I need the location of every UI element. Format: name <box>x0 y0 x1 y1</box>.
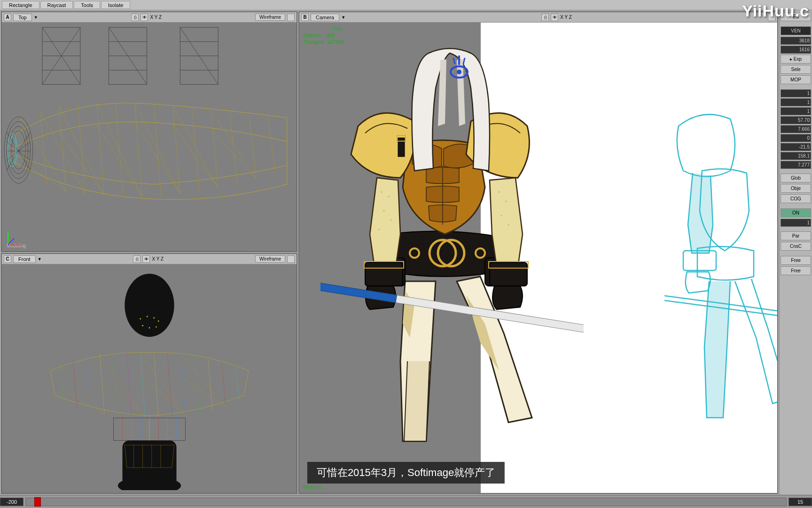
mode-label: Modeling <box>7 243 26 248</box>
camera-icon[interactable]: ⎙ <box>131 14 139 21</box>
svg-line-38 <box>59 132 104 195</box>
ven-label: VEN <box>781 26 811 35</box>
viewport-a-canvas[interactable]: Modeling <box>2 23 297 251</box>
mop-button[interactable]: MOP <box>781 75 811 84</box>
svg-point-44 <box>7 121 31 178</box>
explorer-button[interactable]: ▸ Exp <box>781 55 811 64</box>
scale-y[interactable]: 1 <box>781 98 811 106</box>
timeline[interactable]: -200 15 <box>0 495 812 508</box>
svg-line-70 <box>235 366 240 402</box>
svg-point-117 <box>499 191 500 193</box>
svg-rect-122 <box>490 262 527 286</box>
cog-button[interactable]: COG <box>781 194 811 203</box>
svg-line-77 <box>140 375 185 415</box>
axis-gizmo <box>8 227 26 246</box>
svg-line-73 <box>140 353 185 415</box>
svg-rect-121 <box>365 262 403 286</box>
svg-point-120 <box>508 224 509 226</box>
svg-line-69 <box>221 362 226 407</box>
select-button[interactable]: Sele <box>781 65 811 74</box>
object-button[interactable]: Obje <box>781 184 811 193</box>
viewport-a-label[interactable]: Top <box>13 14 32 21</box>
freeze2-button[interactable]: Free <box>781 266 811 275</box>
svg-point-128 <box>457 70 461 74</box>
xyz-label[interactable]: X Y Z <box>560 15 572 20</box>
svg-line-35 <box>173 106 218 188</box>
svg-rect-132 <box>683 251 716 270</box>
svg-point-119 <box>501 215 502 216</box>
svg-line-72 <box>100 354 145 417</box>
timeline-track[interactable] <box>25 498 787 506</box>
pos-y[interactable]: 158.1 <box>781 152 811 160</box>
svg-point-114 <box>383 210 385 212</box>
xyz-label[interactable]: X Y Z <box>152 256 164 262</box>
svg-line-40 <box>135 122 180 194</box>
wireframe-top-mesh <box>2 23 297 252</box>
subtitle-caption: 可惜在2015年3月，Softimage就停产了 <box>307 462 505 484</box>
parent-button[interactable]: Par <box>781 231 811 240</box>
viewport-a-mode[interactable]: Wireframe <box>255 14 285 21</box>
on-value[interactable]: 1 <box>781 219 811 227</box>
svg-point-97 <box>155 326 156 328</box>
rot-y[interactable]: 7.666 <box>781 125 811 133</box>
viewport-c-mode[interactable]: Wireframe <box>255 255 285 262</box>
watermark: YiiHuu.c <box>742 2 809 20</box>
timeline-start[interactable]: -200 <box>0 498 23 506</box>
timeline-cursor[interactable] <box>34 497 41 507</box>
field-2[interactable]: 1616 <box>781 46 811 54</box>
viewport-camera[interactable]: B Camera ▼ ⎙ 👁 X Y Z Total Objects 906 T… <box>298 11 778 494</box>
svg-point-115 <box>390 220 392 221</box>
isolate-button[interactable]: Isolate <box>101 1 130 9</box>
field-1[interactable]: 3618 <box>781 37 811 45</box>
maximize-icon[interactable] <box>287 14 295 21</box>
svg-line-76 <box>100 377 145 416</box>
freeze-button[interactable]: Free <box>781 256 811 265</box>
rectangle-button[interactable]: Rectangle <box>2 1 39 9</box>
eye-icon[interactable]: 👁 <box>551 14 558 21</box>
scale-z[interactable]: 1 <box>781 107 811 115</box>
rot-z[interactable]: 0 <box>781 134 811 142</box>
svg-line-23 <box>154 105 161 196</box>
side-panel: Ed VEN 3618 1616 ▸ Exp Sele MOP 1 1 1 57… <box>779 10 812 495</box>
svg-line-61 <box>113 353 118 416</box>
scale-x[interactable]: 1 <box>781 89 811 97</box>
xyz-label[interactable]: X Y Z <box>150 15 162 20</box>
svg-line-60 <box>100 354 104 414</box>
viewport-top[interactable]: A Top ▼ ⎙ 👁 X Y Z Wireframe <box>1 11 297 252</box>
constraint-button[interactable]: CnsC <box>781 242 811 251</box>
timeline-end[interactable]: 15 <box>789 498 812 506</box>
svg-line-58 <box>73 359 78 409</box>
svg-line-33 <box>97 103 142 197</box>
right-viewport-col: B Camera ▼ ⎙ 👁 X Y Z Total Objects 906 T… <box>298 10 779 495</box>
viewport-c-label[interactable]: Front <box>13 255 36 263</box>
left-viewports: A Top ▼ ⎙ 👁 X Y Z Wireframe <box>0 10 298 495</box>
svg-line-20 <box>97 103 104 195</box>
pos-z[interactable]: 7.277 <box>781 161 811 169</box>
camera-icon[interactable]: ⎙ <box>541 14 549 21</box>
viewport-b-header: B Camera ▼ ⎙ 👁 X Y Z <box>299 12 777 23</box>
viewport-c-canvas[interactable] <box>2 264 297 493</box>
pos-x[interactable]: -21.5 <box>781 143 811 151</box>
viewport-front[interactable]: C Front ▼ ⎙ 👁 X Y Z Wireframe <box>1 253 297 494</box>
tools-button[interactable]: Tools <box>74 1 100 9</box>
viewport-b-label[interactable]: Camera <box>311 14 339 21</box>
svg-line-28 <box>249 115 256 178</box>
wireframe-front-mesh <box>18 274 281 490</box>
eye-icon[interactable]: 👁 <box>141 14 148 21</box>
global-button[interactable]: Glob <box>781 174 811 183</box>
viewport-b-canvas[interactable]: Total Objects 906 Triangles 107266 <box>299 23 777 493</box>
rot-x[interactable]: 57.70 <box>781 116 811 124</box>
raycast-button[interactable]: Raycast <box>40 1 73 9</box>
eye-icon[interactable]: 👁 <box>142 255 150 263</box>
svg-point-96 <box>148 327 150 329</box>
camera-icon[interactable]: ⎙ <box>133 255 141 263</box>
svg-line-42 <box>211 130 256 179</box>
svg-line-74 <box>181 354 226 407</box>
svg-point-113 <box>388 196 390 198</box>
on-button[interactable]: ON <box>781 208 811 217</box>
top-toolbar: Rectangle Raycast Tools Isolate <box>0 0 812 10</box>
svg-line-18 <box>59 106 66 191</box>
maximize-icon[interactable] <box>287 255 295 263</box>
svg-point-91 <box>140 318 141 319</box>
svg-line-64 <box>154 353 158 417</box>
